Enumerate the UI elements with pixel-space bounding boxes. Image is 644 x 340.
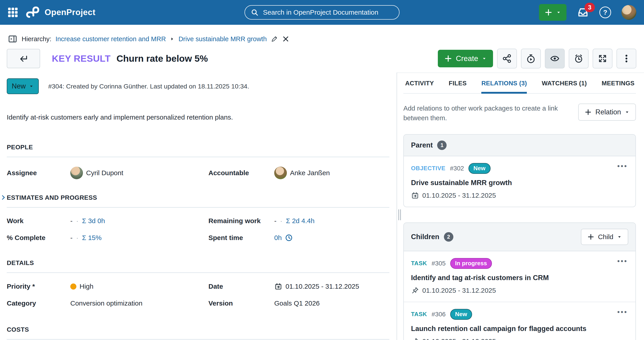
work-package-side-pane: ACTIVITY FILES RELATIONS (3) WATCHERS (1… — [397, 72, 644, 340]
calendar-icon — [274, 282, 282, 291]
chevron-right-icon — [170, 37, 174, 41]
top-navigation-bar: OpenProject 3 — [0, 0, 644, 25]
breadcrumb-link-parent[interactable]: Drive sustainable MRR growth — [178, 35, 267, 43]
relation-item-title[interactable]: Drive sustainable MRR growth — [411, 179, 628, 187]
date-value: 01.10.2025 - 31.12.2025 — [286, 283, 359, 290]
category-label: Category — [7, 300, 70, 307]
assignee-name: Cyril Dupont — [86, 169, 123, 177]
date-field[interactable]: 01.10.2025 - 31.12.2025 — [274, 282, 389, 291]
accountable-label: Accountable — [208, 169, 274, 177]
global-search[interactable] — [244, 5, 400, 19]
relation-item-child[interactable]: TASK #306 New Launch retention call camp… — [404, 302, 636, 340]
version-field[interactable]: Goals Q1 2026 — [274, 300, 389, 307]
people-section-heading: PEOPLE — [7, 144, 389, 151]
search-input[interactable] — [263, 8, 393, 16]
share-button[interactable] — [497, 49, 517, 68]
children-relations-card: Children 2 Child TASK #305 In progress I… — [403, 223, 636, 340]
accountable-avatar — [274, 167, 287, 179]
work-package-id[interactable]: #302 — [450, 165, 464, 172]
help-button[interactable] — [600, 6, 611, 18]
tab-meetings[interactable]: MEETINGS — [602, 80, 634, 93]
relation-item-dates: 01.10.2025 - 31.12.2025 — [411, 191, 628, 200]
status-value: New — [12, 82, 26, 90]
remaining-work-label: Remaining work — [208, 217, 274, 225]
tab-relations[interactable]: RELATIONS (3) — [481, 80, 527, 93]
toggle-sidebar-icon[interactable] — [8, 34, 18, 43]
status-badge: In progress — [450, 258, 492, 269]
work-package-id[interactable]: #306 — [432, 311, 446, 318]
relation-item-child[interactable]: TASK #305 In progress Identify and tag a… — [404, 251, 636, 302]
tab-files[interactable]: FILES — [449, 80, 466, 93]
alarm-clock-icon — [574, 54, 584, 63]
relation-item-parent[interactable]: OBJECTIVE #302 New Drive sustainable MRR… — [404, 156, 636, 207]
created-meta-text: #304: Created by Corinna Günther. Last u… — [48, 83, 249, 90]
relation-item-title[interactable]: Launch retention call campaign for flagg… — [411, 325, 628, 333]
app-grid-icon[interactable] — [8, 7, 18, 17]
pin-icon — [411, 337, 419, 340]
parent-heading: Parent — [411, 141, 433, 149]
remaining-work-field[interactable]: -· Σ 2d 4.4h — [274, 217, 389, 225]
back-button[interactable] — [7, 49, 40, 68]
status-dropdown[interactable]: New — [7, 78, 39, 94]
pane-resize-handle[interactable] — [398, 209, 401, 220]
status-row: New #304: Created by Corinna Günther. La… — [7, 78, 389, 94]
percent-complete-field[interactable]: -· Σ 15% — [70, 234, 208, 242]
relation-item-title[interactable]: Identify and tag at-risk customers in CR… — [411, 274, 628, 282]
add-relation-button[interactable]: Relation — [578, 104, 636, 121]
fullscreen-button[interactable] — [592, 49, 612, 68]
priority-field[interactable]: High — [70, 283, 208, 290]
clock-icon[interactable] — [285, 234, 293, 242]
kebab-menu-icon — [622, 54, 632, 63]
priority-label: Priority * — [7, 283, 70, 290]
notifications-button[interactable]: 3 — [577, 6, 589, 18]
page-title[interactable]: Churn rate below 5% — [116, 53, 208, 64]
percent-complete-label: % Complete — [7, 234, 70, 242]
start-timer-button[interactable] — [521, 49, 541, 68]
chevron-down-icon — [617, 234, 622, 239]
category-field[interactable]: Conversion optimization — [70, 300, 208, 307]
relation-item-menu-icon[interactable] — [617, 310, 628, 314]
reminder-button[interactable] — [569, 49, 588, 68]
title-actions: Create — [438, 49, 636, 68]
close-icon[interactable] — [282, 35, 289, 42]
parent-count-badge: 1 — [437, 140, 446, 150]
work-field[interactable]: -· Σ 3d 0h — [70, 217, 208, 225]
accountable-name: Anke Janßen — [290, 169, 330, 177]
work-package-type-label: OBJECTIVE — [411, 165, 446, 172]
accountable-field[interactable]: Anke Janßen — [274, 167, 389, 179]
plus-icon — [587, 233, 594, 241]
spent-time-value[interactable]: 0h — [274, 234, 282, 242]
tab-watchers[interactable]: WATCHERS (1) — [542, 80, 587, 93]
relation-item-menu-icon[interactable] — [617, 164, 628, 168]
openproject-logo[interactable]: OpenProject — [26, 6, 96, 18]
breadcrumb-link-grandparent[interactable]: Increase customer retention and MRR — [56, 35, 166, 43]
section-divider — [7, 157, 389, 157]
remaining-derived-value[interactable]: Σ 2d 4.4h — [286, 217, 314, 225]
create-button[interactable]: Create — [438, 50, 493, 67]
add-child-button[interactable]: Child — [581, 229, 628, 245]
plus-icon — [444, 54, 452, 63]
quick-add-button[interactable] — [539, 4, 566, 21]
more-actions-button[interactable] — [616, 49, 636, 68]
watch-button[interactable] — [545, 49, 565, 68]
spent-time-field[interactable]: 0h — [274, 234, 389, 242]
work-package-title-row: KEY RESULT Churn rate below 5% Create — [7, 49, 636, 68]
section-divider — [7, 207, 389, 208]
back-arrow-icon — [19, 54, 28, 63]
work-package-type[interactable]: KEY RESULT — [52, 53, 111, 64]
relation-item-menu-icon[interactable] — [617, 259, 628, 263]
relations-intro-row: Add relations to other work packages to … — [403, 104, 636, 123]
collapse-chevron-icon[interactable] — [0, 195, 6, 200]
work-package-id[interactable]: #305 — [432, 260, 446, 267]
percent-derived-value[interactable]: Σ 15% — [82, 234, 102, 242]
assignee-field[interactable]: Cyril Dupont — [70, 167, 208, 179]
work-label: Work — [7, 217, 70, 225]
tab-activity[interactable]: ACTIVITY — [405, 80, 434, 93]
stopwatch-icon — [526, 54, 536, 63]
user-avatar[interactable] — [622, 5, 636, 20]
description-text[interactable]: Identify at-risk customers early and imp… — [7, 113, 389, 121]
edit-pencil-icon[interactable] — [271, 35, 278, 42]
detail-tabs: ACTIVITY FILES RELATIONS (3) WATCHERS (1… — [403, 77, 636, 94]
date-label: Date — [208, 283, 274, 290]
work-derived-value[interactable]: Σ 3d 0h — [82, 217, 105, 225]
